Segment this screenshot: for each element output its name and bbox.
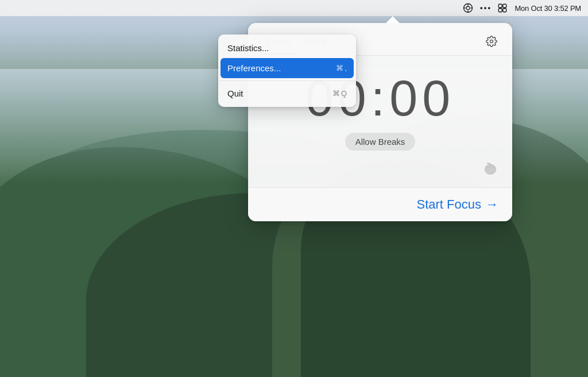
svg-point-6	[481, 7, 483, 9]
action-bar: Start Focus →	[248, 187, 512, 221]
svg-point-7	[485, 7, 487, 9]
svg-rect-10	[503, 4, 506, 7]
menubar: Mon Oct 30 3:52 PM	[0, 0, 588, 16]
timer-area-footer	[260, 160, 501, 176]
start-focus-label: Start Focus	[417, 197, 481, 212]
dots-menubar-icon[interactable]	[480, 6, 490, 10]
quit-shortcut: ⌘ Q	[332, 89, 347, 98]
start-focus-arrow: →	[486, 197, 498, 212]
menubar-right: Mon Oct 30 3:52 PM	[463, 3, 581, 13]
start-focus-button[interactable]: Start Focus →	[417, 197, 498, 212]
control-center-menubar-icon[interactable]	[497, 3, 508, 13]
gear-button[interactable]	[482, 32, 501, 51]
quit-cmd-symbol: ⌘	[332, 89, 340, 98]
context-menu: Statistics... Preferences... ⌘ , Quit ⌘ …	[218, 34, 356, 107]
context-menu-item-quit[interactable]: Quit ⌘ Q	[218, 83, 356, 103]
context-menu-item-statistics[interactable]: Statistics...	[218, 38, 356, 58]
svg-point-8	[488, 7, 490, 9]
svg-rect-11	[499, 9, 502, 12]
allow-breaks-button[interactable]: Allow Breaks	[345, 133, 416, 151]
svg-point-1	[466, 6, 470, 10]
statistics-label: Statistics...	[227, 43, 269, 53]
context-menu-divider	[218, 80, 356, 81]
menubar-datetime: Mon Oct 30 3:52 PM	[514, 4, 581, 13]
quit-shortcut-key: Q	[341, 89, 347, 98]
context-menu-item-preferences[interactable]: Preferences... ⌘ ,	[220, 58, 354, 78]
svg-rect-12	[503, 9, 506, 12]
quit-label: Quit	[227, 89, 243, 98]
focus-app-menubar-icon[interactable]	[463, 3, 473, 13]
preferences-label: Preferences...	[227, 63, 281, 73]
popover-arrow	[386, 16, 397, 23]
preferences-shortcut: ⌘ ,	[336, 64, 347, 72]
preferences-cmd-symbol: ⌘	[336, 64, 343, 72]
tomato-icon[interactable]	[482, 160, 498, 176]
svg-rect-9	[499, 4, 502, 7]
preferences-shortcut-key: ,	[345, 64, 347, 72]
